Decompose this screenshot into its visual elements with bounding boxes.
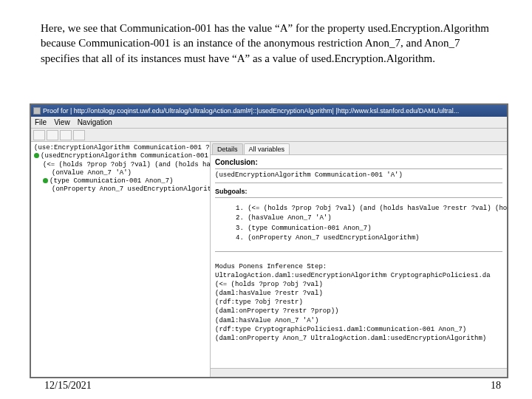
subgoals-heading: Subgoals: (215, 188, 502, 195)
proof-window: Proof for | http://ontology.coqinst.uwf.… (30, 103, 508, 378)
tab-bar: Details All variables (211, 142, 507, 155)
menu-file[interactable]: File (35, 118, 47, 126)
tab-all-variables[interactable]: All variables (244, 143, 290, 154)
tree-node[interactable]: (onProperty Anon_7 usedEncryptionAlgorit… (34, 185, 207, 194)
menu-navigation[interactable]: Navigation (78, 118, 112, 126)
inference-line: (<= (holds ?prop ?obj ?val) (215, 280, 502, 289)
bullet-icon (34, 153, 39, 158)
tree-node-label: (<= (holds ?prop ?obj ?val) (and (holds … (43, 161, 211, 168)
conclusion-heading: Conclusion: (215, 158, 502, 166)
tree-node-label: (onProperty Anon_7 usedEncryptionAlgorit… (52, 185, 211, 193)
tree-node[interactable]: (type Communication-001 Anon_7) (34, 177, 207, 185)
toolbar-button[interactable] (47, 130, 58, 140)
subgoal-item: 2. (hasValue Anon_7 'A') (236, 214, 502, 224)
divider (215, 183, 502, 183)
subgoal-item: 3. (type Communication-001 Anon_7) (236, 224, 502, 234)
menu-bar: File View Navigation (31, 117, 507, 129)
subgoal-item: 1. (<= (holds ?prop ?obj ?val) (and (hol… (236, 204, 502, 214)
inference-block: Modus Ponens Inference Step: UltralogAct… (215, 262, 502, 343)
proof-tree-pane[interactable]: (use:EncryptionAlgorithm Communication-0… (31, 142, 211, 377)
tree-node-label: (usedEncryptionAlgorithm Communication-0… (41, 152, 211, 160)
tab-details[interactable]: Details (212, 143, 243, 154)
status-bar (211, 368, 507, 377)
divider (215, 197, 502, 198)
tree-node[interactable]: (onValue Anon_7 'A') (34, 169, 207, 177)
divider (215, 251, 502, 252)
app-icon (33, 107, 41, 115)
subgoal-item: 4. (onProperty Anon_7 usedEncryptionAlgo… (236, 233, 502, 244)
tree-node[interactable]: (<= (holds ?prop ?obj ?val) (and (holds … (34, 161, 207, 169)
bullet-icon (43, 178, 48, 183)
inference-line: (daml:onProperty ?restr ?prop)) (215, 307, 502, 316)
details-pane: Details All variables Conclusion: (usedE… (211, 142, 507, 377)
toolbar-button[interactable] (73, 130, 85, 140)
toolbar (31, 129, 507, 142)
toolbar-button[interactable] (33, 130, 45, 140)
split-panes: (use:EncryptionAlgorithm Communication-0… (31, 142, 507, 377)
inference-line: (daml:onProperty Anon_7 UltralogAction.d… (215, 334, 502, 343)
inference-line: (daml:hasValue Anon_7 'A') (215, 316, 502, 325)
inference-line: Modus Ponens Inference Step: (215, 262, 502, 271)
footer-page-number: 18 (491, 380, 501, 392)
slide-caption: Here, we see that Communication-001 has … (41, 21, 497, 66)
tree-node-label: (type Communication-001 Anon_7) (50, 177, 173, 185)
window-titlebar[interactable]: Proof for | http://ontology.coqinst.uwf.… (31, 105, 507, 117)
inference-line: UltralogAction.daml:usedEncryptionAlgori… (215, 271, 502, 280)
details-content: Conclusion: (usedEncryptionAlgorithm Com… (211, 155, 507, 377)
footer-date: 12/15/2021 (44, 380, 92, 392)
window-title: Proof for | http://ontology.coqinst.uwf.… (43, 107, 459, 115)
conclusion-text: (usedEncryptionAlgorithm Communication-0… (215, 171, 502, 180)
tree-node[interactable]: (use:EncryptionAlgorithm Communication-0… (34, 144, 207, 152)
inference-line: (rdf:type CryptographicPolicies1.daml:Co… (215, 325, 502, 334)
divider (215, 168, 502, 169)
toolbar-button[interactable] (60, 130, 72, 140)
menu-view[interactable]: View (54, 118, 70, 126)
inference-line: (rdf:type ?obj ?restr) (215, 298, 502, 307)
tree-node-label: (onValue Anon_7 'A') (52, 169, 132, 177)
subgoals-list: 1. (<= (holds ?prop ?obj ?val) (and (hol… (236, 204, 502, 244)
tree-node[interactable]: (usedEncryptionAlgorithm Communication-0… (34, 152, 207, 160)
inference-line: (daml:hasValue ?restr ?val) (215, 289, 502, 298)
